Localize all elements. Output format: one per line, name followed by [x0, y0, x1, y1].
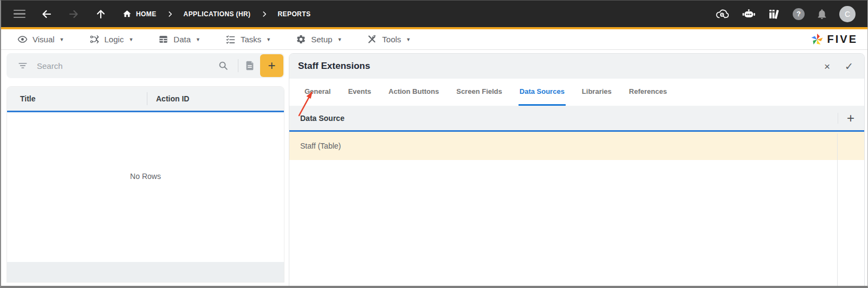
gear-icon	[296, 34, 306, 44]
chevron-down-icon: ▼	[196, 37, 200, 42]
add-record-button[interactable]: +	[260, 54, 283, 77]
checklist-icon	[225, 34, 236, 44]
chevron-down-icon: ▼	[60, 37, 64, 42]
breadcrumb-reports[interactable]: REPORTS	[278, 10, 311, 18]
tab-action-buttons[interactable]: Action Buttons	[387, 79, 440, 106]
tab-general[interactable]: General	[303, 79, 332, 106]
add-data-source-icon[interactable]: +	[847, 112, 854, 125]
five-logo: FIVE	[810, 33, 858, 47]
breadcrumb-label: HOME	[136, 10, 157, 18]
menu-visual[interactable]: Visual▼	[17, 34, 64, 44]
brand-wordmark: FIVE	[827, 33, 858, 46]
menu-label: Visual	[33, 35, 55, 44]
menu-label: Setup	[311, 35, 332, 44]
app-window: HOME APPLICATIONS (HR) REPORTS ?	[0, 0, 868, 288]
tab-screen-fields[interactable]: Screen Fields	[455, 79, 503, 106]
grid-header-row: Title Action ID	[7, 87, 284, 112]
chevron-down-icon: ▼	[337, 37, 342, 42]
form-title-bar: Staff Extensions × ✓	[289, 54, 864, 79]
up-icon[interactable]	[94, 8, 107, 21]
notifications-icon[interactable]	[816, 8, 828, 20]
menu-setup[interactable]: Setup▼	[296, 34, 342, 44]
grid-footer	[7, 262, 284, 282]
data-source-row-label: Staff (Table)	[300, 142, 341, 150]
search-input[interactable]	[37, 61, 217, 71]
chevron-down-icon: ▼	[406, 37, 411, 42]
top-navigation-bar: HOME APPLICATIONS (HR) REPORTS ?	[1, 1, 867, 27]
save-check-icon[interactable]: ✓	[845, 61, 853, 72]
data-source-section-header: Data Source +	[289, 106, 864, 132]
breadcrumb-label: REPORTS	[278, 10, 311, 18]
logic-flow-icon	[89, 34, 100, 44]
menu-label: Data	[173, 35, 191, 44]
menu-tasks[interactable]: Tasks▼	[225, 34, 271, 44]
records-grid: Title Action ID No Rows	[7, 86, 284, 283]
copy-document-icon[interactable]	[244, 60, 256, 72]
workspace: + Title Action ID No Rows Staff Extensio…	[1, 50, 867, 286]
chevron-down-icon: ▼	[128, 37, 133, 42]
empty-grid-message: No Rows	[7, 112, 284, 240]
filter-icon[interactable]	[17, 60, 28, 71]
library-icon[interactable]	[767, 8, 781, 21]
five-pinwheel-icon	[810, 33, 824, 47]
menu-data[interactable]: Data▼	[158, 34, 200, 44]
menu-label: Logic	[105, 35, 124, 44]
close-icon[interactable]: ×	[824, 61, 830, 72]
menu-tools[interactable]: Tools▼	[367, 34, 411, 44]
plus-icon: +	[268, 58, 275, 73]
avatar-initial: C	[845, 10, 850, 18]
breadcrumb-home[interactable]: HOME	[122, 9, 157, 18]
menu-icon[interactable]	[13, 10, 26, 18]
forward-icon[interactable]	[67, 8, 80, 21]
chevron-right-icon	[166, 10, 174, 18]
grid-column-divider	[837, 133, 838, 286]
table-icon	[158, 34, 169, 44]
main-menu-bar: Visual▼ Logic▼ Data▼ Tasks▼ Setup▼ Tools…	[1, 29, 867, 50]
eye-icon	[17, 34, 28, 44]
help-icon[interactable]: ?	[793, 8, 805, 20]
tab-references[interactable]: References	[628, 79, 668, 106]
cloud-search-icon[interactable]	[715, 8, 730, 21]
chatbot-icon[interactable]	[742, 8, 756, 21]
search-bar: +	[7, 53, 284, 78]
breadcrumb-applications-hr[interactable]: APPLICATIONS (HR)	[184, 10, 251, 18]
divider	[838, 113, 838, 124]
data-source-row-staff-table[interactable]: Staff (Table)	[289, 132, 864, 160]
tab-libraries[interactable]: Libraries	[581, 79, 613, 106]
tools-icon	[367, 34, 377, 44]
menu-label: Tools	[382, 35, 401, 44]
chevron-down-icon: ▼	[266, 37, 271, 42]
help-glyph: ?	[796, 10, 801, 18]
search-icon[interactable]	[217, 60, 229, 72]
tab-events[interactable]: Events	[347, 79, 372, 106]
menu-label: Tasks	[241, 35, 261, 44]
breadcrumb-label: APPLICATIONS (HR)	[184, 10, 251, 18]
back-icon[interactable]	[40, 8, 53, 21]
form-title: Staff Extensions	[298, 61, 370, 72]
column-header-title[interactable]: Title	[7, 94, 147, 103]
user-avatar[interactable]: C	[839, 6, 856, 22]
staff-extensions-panel: Staff Extensions × ✓ General Events Acti…	[289, 53, 865, 286]
form-tabs: General Events Action Buttons Screen Fie…	[289, 79, 864, 106]
breadcrumb: HOME APPLICATIONS (HR) REPORTS	[122, 9, 310, 18]
home-icon	[122, 9, 132, 18]
tab-data-sources[interactable]: Data Sources	[519, 79, 566, 106]
column-header-action-id[interactable]: Action ID	[147, 94, 284, 103]
divider	[238, 59, 238, 72]
section-title: Data Source	[300, 114, 345, 123]
menu-logic[interactable]: Logic▼	[89, 34, 134, 44]
chevron-right-icon	[261, 10, 268, 18]
